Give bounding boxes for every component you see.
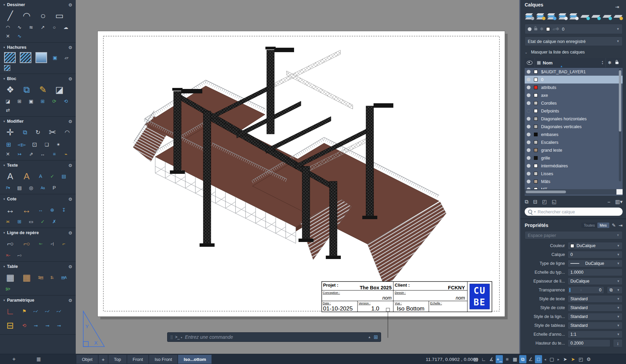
offset-icon[interactable]: ❏	[43, 141, 50, 148]
mtext-icon[interactable]: A	[4, 170, 16, 182]
ortho-mode-icon[interactable]: ∟	[480, 355, 487, 363]
horizontal-scrollbar[interactable]	[525, 189, 623, 195]
freeze-layer-icon[interactable]	[580, 12, 589, 20]
array-icon[interactable]: ⊞	[4, 140, 13, 149]
text-height-icon[interactable]: ↕	[613, 339, 623, 347]
prev-icons-icon[interactable]: ◂	[543, 355, 548, 363]
palette-section-header[interactable]: ▾Ligne de repère⚙	[0, 229, 76, 236]
drawing-canvas[interactable]: Projet : The Box 2025 Client : FCKNY Con…	[76, 0, 519, 354]
command-window-icon[interactable]: ⊞	[374, 334, 378, 340]
dimension-ordinate-icon[interactable]: ≍	[4, 218, 12, 225]
paper-space-icon[interactable]: ▤	[472, 355, 479, 363]
attribute-define-icon[interactable]: ⊞	[16, 98, 23, 105]
leader-icon[interactable]: ⌐○	[4, 238, 16, 250]
settings-gear-icon[interactable]: ⚙	[585, 355, 592, 363]
layer-on-icon[interactable]	[527, 78, 530, 81]
constraint-hide-icon[interactable]: ⌐✓	[55, 308, 63, 315]
lock-layer-icon[interactable]	[602, 12, 612, 20]
layer-on-icon[interactable]	[527, 125, 530, 128]
annotation-visibility-icon[interactable]: ➤	[562, 355, 569, 363]
dimension-insert-icon[interactable]: ↧	[60, 207, 68, 213]
text-case-icon[interactable]: Aa	[39, 184, 46, 191]
gear-icon[interactable]: ⚙	[68, 298, 72, 303]
current-layer-selector[interactable]: ✻ ▱✻ 0 ▼	[525, 24, 623, 34]
layer-on-icon[interactable]	[527, 86, 530, 89]
stretch-icon[interactable]: ↔	[39, 151, 46, 157]
leader-edit-icon[interactable]: ⌐○	[20, 238, 33, 250]
tab-front[interactable]: Front	[127, 355, 148, 364]
layer-color-swatch[interactable]	[534, 164, 538, 168]
block-replace-icon[interactable]: ⇄	[4, 107, 12, 113]
align-icon[interactable]: ≡	[50, 151, 58, 157]
constraint-show-all-icon[interactable]: ⌐✓	[44, 308, 51, 315]
match-properties-icon[interactable]: ⌁	[62, 151, 70, 157]
lineweight-icon[interactable]: ≡	[504, 355, 511, 363]
polyline-icon[interactable]: ∿	[16, 24, 23, 31]
attribute-sync-icon[interactable]: ⟳	[50, 98, 58, 105]
layout-list-icon[interactable]: ≣	[36, 356, 41, 363]
dimensional-constraint-lock-icon[interactable]: ⊟	[4, 319, 16, 332]
property-control[interactable]: 0.2000	[568, 339, 610, 347]
join-icon[interactable]: ↣	[16, 151, 23, 157]
leader-remove-icon[interactable]: ✕⌐	[4, 252, 12, 259]
gear-icon[interactable]: ⚙	[68, 264, 72, 269]
layer-row[interactable]: intermédiaires	[525, 162, 623, 170]
eye-icon[interactable]	[527, 61, 533, 65]
layer-color-swatch[interactable]	[534, 140, 538, 144]
layer-on-icon[interactable]	[527, 117, 530, 121]
layer-state-icon[interactable]: ⊟	[533, 199, 538, 205]
dimension-icon[interactable]: ↔	[4, 204, 16, 216]
layer-state-dropdown[interactable]: Etat de calque non enregistré ▼	[525, 36, 623, 46]
command-history-toggle-icon[interactable]: ▲	[368, 335, 371, 339]
dynamic-input-icon[interactable]: +_	[496, 355, 503, 363]
trim-icon[interactable]: ✂	[46, 126, 59, 138]
field-icon[interactable]: ▤	[60, 173, 68, 180]
constraint-show-icon[interactable]: ⌐✓	[32, 308, 40, 315]
copy-icon[interactable]: ⧉	[20, 128, 29, 136]
layer-on-icon[interactable]	[527, 172, 530, 176]
text-style-icon[interactable]: A	[37, 173, 44, 180]
text-edit-icon[interactable]: A	[20, 170, 33, 182]
property-control[interactable]: 1:1▼	[568, 331, 623, 338]
move-to-layer-icon[interactable]	[569, 12, 578, 20]
point-divide-icon[interactable]: ✕	[4, 33, 12, 40]
multiline-icon[interactable]: ≋	[27, 24, 35, 31]
transparency-slider[interactable]: ı0	[568, 286, 604, 294]
layer-color-swatch[interactable]	[534, 180, 538, 183]
auto-annotation-scale-icon[interactable]: ➤	[569, 355, 577, 363]
layer-row[interactable]: axe	[525, 91, 623, 99]
command-bar-grip[interactable]: ⣿	[170, 335, 172, 339]
gear-icon[interactable]: ⚙	[68, 163, 72, 168]
auto-constrain-icon[interactable]: ⚑	[20, 308, 28, 315]
property-control[interactable]: Standard▼	[568, 313, 623, 320]
block-add-icon[interactable]: ⊞	[39, 98, 46, 105]
dimension-check-icon[interactable]: ✓	[39, 218, 46, 225]
pdf-import-text-icon[interactable]: P▾	[4, 184, 12, 191]
layer-on-icon[interactable]	[527, 180, 530, 183]
columns-icon[interactable]: ▥▾	[615, 199, 623, 205]
layer-row[interactable]: Lisses	[525, 170, 623, 178]
next-icons-icon[interactable]: ▸	[556, 355, 561, 363]
table-edit-icon[interactable]: ▦	[20, 271, 33, 284]
gradient-icon[interactable]	[35, 52, 47, 63]
center-mark-icon[interactable]: ⊕	[48, 207, 56, 213]
layer-color-swatch[interactable]	[534, 101, 538, 105]
layer-row[interactable]: grille	[525, 154, 623, 162]
attribute-update-icon[interactable]: ⟲	[62, 98, 70, 105]
block-edit-icon[interactable]: ✎	[37, 84, 49, 96]
palette-section-header[interactable]: ▾Modifier⚙	[0, 118, 76, 125]
arc-icon[interactable]: ◠	[20, 10, 33, 22]
property-control[interactable]: DuCalque▼	[568, 260, 623, 267]
arc-3point-icon[interactable]: ◠	[4, 24, 12, 31]
layer-color-swatch[interactable]	[534, 148, 538, 152]
text-align-icon[interactable]: ▤	[16, 184, 23, 191]
layer-color-swatch[interactable]	[534, 109, 538, 113]
new-layer-icon[interactable]	[525, 12, 534, 20]
layer-on-icon[interactable]	[527, 140, 530, 144]
layer-row[interactable]: embases	[525, 131, 623, 138]
palette-section-header[interactable]: ▾Texte⚙	[0, 162, 76, 169]
palette-section-header[interactable]: ▾Hachures⚙	[0, 44, 76, 51]
circle-icon[interactable]: ○	[37, 10, 49, 22]
layer-color-swatch[interactable]	[534, 93, 538, 97]
open-group-icon[interactable]: ◰	[542, 199, 547, 205]
